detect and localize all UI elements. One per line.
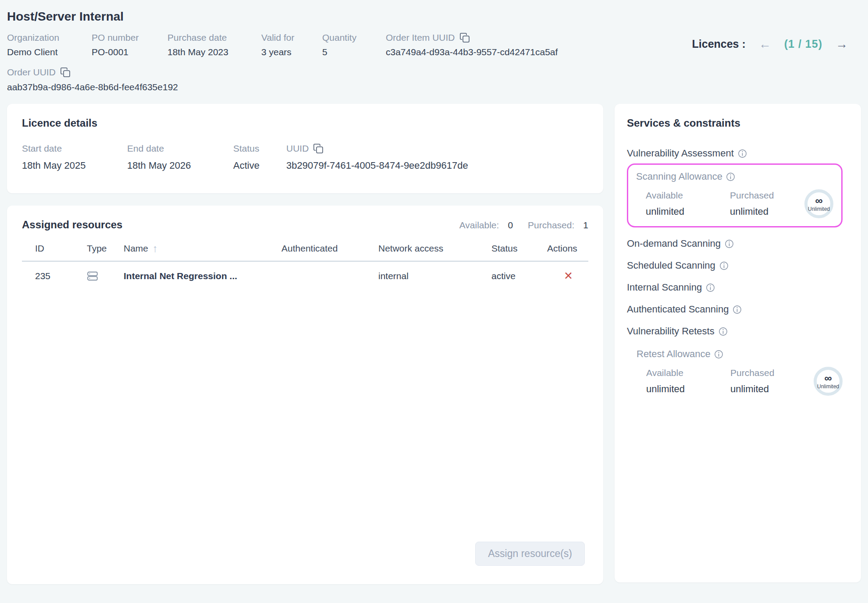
purchased-label: Purchased: bbox=[528, 220, 574, 231]
licences-pagination: Licences : ← (1 / 15) → bbox=[692, 38, 848, 50]
order-item-uuid-value: c3a749a4-d93a-44b3-9557-cd42471ca5af bbox=[386, 47, 558, 57]
info-icon[interactable] bbox=[738, 149, 747, 158]
available-label: Available bbox=[646, 368, 721, 378]
retest-allowance-label: Retest Allowance bbox=[637, 348, 711, 360]
assign-resources-button[interactable]: Assign resource(s) bbox=[475, 542, 585, 566]
retest-purchased: Purchased unlimited bbox=[730, 368, 805, 395]
licence-details-card: Licence details Start date 18th May 2025… bbox=[7, 104, 603, 193]
purchased-label: Purchased bbox=[730, 190, 804, 201]
meta-value: 5 bbox=[322, 47, 386, 57]
service-vulnerability-assessment: Vulnerability Assessment bbox=[627, 148, 849, 159]
available-label: Available: bbox=[459, 220, 499, 231]
meta-label: Purchase date bbox=[167, 32, 261, 43]
meta-label: PO number bbox=[92, 32, 167, 43]
retest-available: Available unlimited bbox=[646, 368, 721, 395]
field-uuid: UUID 3b29079f-7461-4005-8474-9ee2db9617d… bbox=[286, 143, 468, 171]
field-value: Active bbox=[233, 160, 286, 171]
sort-ascending-icon[interactable]: ↑ bbox=[153, 243, 158, 254]
service-label: Vulnerability Assessment bbox=[627, 148, 734, 159]
info-icon[interactable] bbox=[719, 261, 729, 270]
meta-order-item-uuid: Order Item UUID c3a749a4-d93a-44b3-9557-… bbox=[386, 32, 558, 57]
resource-status: active bbox=[491, 271, 547, 281]
services-constraints-card: Services & constraints Vulnerability Ass… bbox=[615, 104, 861, 582]
info-icon[interactable] bbox=[733, 305, 742, 314]
meta-value: 18th May 2023 bbox=[167, 47, 261, 57]
available-value: 0 bbox=[508, 220, 513, 231]
available-label: Available bbox=[646, 190, 720, 201]
resource-id: 235 bbox=[33, 271, 81, 281]
available-value: unlimited bbox=[646, 206, 720, 217]
resource-name: Internal Net Regression ... bbox=[124, 271, 281, 281]
service-label: On-demand Scanning bbox=[627, 238, 721, 249]
unlimited-badge-label: Unlimited bbox=[817, 383, 839, 390]
infinity-icon: ∞ bbox=[815, 195, 822, 206]
server-icon bbox=[81, 270, 124, 282]
licence-details-title: Licence details bbox=[22, 117, 588, 129]
column-header-authenticated: Authenticated bbox=[281, 243, 378, 254]
service-scheduled-scanning: Scheduled Scanning bbox=[627, 260, 849, 271]
info-icon[interactable] bbox=[725, 239, 734, 248]
resources-table-header: ID Type Name ↑ Authenticated Network acc… bbox=[22, 243, 588, 262]
service-vulnerability-retests: Vulnerability Retests bbox=[627, 326, 849, 337]
assigned-resources-title: Assigned resources bbox=[22, 219, 122, 231]
purchased-label: Purchased bbox=[730, 368, 805, 378]
unlimited-badge: ∞ Unlimited bbox=[804, 189, 833, 218]
column-header-name[interactable]: Name ↑ bbox=[124, 243, 281, 254]
purchased-value: 1 bbox=[583, 220, 588, 231]
right-column: Services & constraints Vulnerability Ass… bbox=[615, 104, 861, 584]
purchased-value: unlimited bbox=[730, 206, 804, 217]
retest-allowance-values: Available unlimited Purchased unlimited … bbox=[637, 367, 843, 396]
licence-page: Host/Server Internal Organization Demo C… bbox=[0, 0, 868, 603]
service-label: Internal Scanning bbox=[627, 282, 702, 293]
column-header-status: Status bbox=[491, 243, 547, 254]
info-icon[interactable] bbox=[714, 350, 723, 359]
field-value: 18th May 2025 bbox=[22, 160, 127, 171]
previous-licence-arrow-icon[interactable]: ← bbox=[759, 38, 771, 50]
service-label: Authenticated Scanning bbox=[627, 304, 729, 315]
licences-position: (1 / 15) bbox=[784, 38, 822, 50]
field-label: Start date bbox=[22, 143, 127, 154]
field-label: End date bbox=[127, 143, 233, 154]
field-value: 3b29079f-7461-4005-8474-9ee2db9617de bbox=[286, 160, 468, 171]
copy-icon[interactable] bbox=[459, 32, 470, 43]
next-licence-arrow-icon[interactable]: → bbox=[836, 38, 848, 50]
page-title: Host/Server Internal bbox=[7, 10, 861, 24]
service-internal-scanning: Internal Scanning bbox=[627, 282, 849, 293]
licences-label: Licences : bbox=[692, 38, 746, 50]
field-start-date: Start date 18th May 2025 bbox=[22, 143, 127, 171]
meta-value: Demo Client bbox=[7, 47, 92, 57]
meta-label: Organization bbox=[7, 32, 92, 43]
scanning-purchased: Purchased unlimited bbox=[730, 190, 804, 217]
service-on-demand-scanning: On-demand Scanning bbox=[627, 238, 849, 249]
meta-po-number: PO number PO-0001 bbox=[92, 32, 167, 57]
scanning-allowance-label: Scanning Allowance bbox=[636, 171, 722, 182]
service-label: Scheduled Scanning bbox=[627, 260, 715, 271]
info-icon[interactable] bbox=[706, 283, 715, 292]
meta-valid-for: Valid for 3 years bbox=[261, 32, 322, 57]
copy-icon[interactable] bbox=[60, 67, 71, 78]
copy-icon[interactable] bbox=[313, 143, 324, 154]
retest-allowance-label-row: Retest Allowance bbox=[637, 348, 843, 360]
field-value: 18th May 2026 bbox=[127, 160, 233, 171]
column-header-name-label: Name bbox=[124, 243, 148, 254]
column-header-actions: Actions bbox=[547, 243, 588, 254]
availability-summary: Available: 0 Purchased: 1 bbox=[459, 220, 588, 231]
order-uuid-label: Order UUID bbox=[7, 67, 56, 78]
left-column: Licence details Start date 18th May 2025… bbox=[7, 104, 603, 584]
available-value: unlimited bbox=[646, 383, 721, 395]
unlimited-badge: ∞ Unlimited bbox=[814, 367, 843, 396]
remove-resource-icon[interactable]: ✕ bbox=[564, 270, 573, 281]
field-label: UUID bbox=[286, 143, 309, 154]
info-icon[interactable] bbox=[726, 172, 735, 181]
meta-organization: Organization Demo Client bbox=[7, 32, 92, 57]
column-header-type: Type bbox=[81, 243, 124, 254]
order-uuid-value: aab37b9a-d986-4a6e-8b6d-fee4f635e192 bbox=[7, 82, 861, 92]
service-authenticated-scanning: Authenticated Scanning bbox=[627, 304, 849, 315]
info-icon[interactable] bbox=[719, 327, 728, 336]
service-label: Vulnerability Retests bbox=[627, 326, 715, 337]
meta-purchase-date: Purchase date 18th May 2023 bbox=[167, 32, 261, 57]
meta-value: PO-0001 bbox=[92, 47, 167, 57]
main-content: Licence details Start date 18th May 2025… bbox=[7, 104, 861, 584]
scanning-allowance-highlight: Scanning Allowance Available unlimited P… bbox=[627, 163, 843, 227]
table-row: 235 Internal Net Regression ... internal… bbox=[22, 262, 588, 282]
